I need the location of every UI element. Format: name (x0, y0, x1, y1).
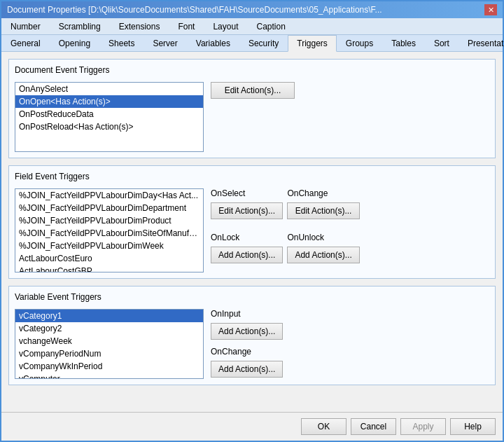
list-item[interactable]: %JOIN_FactYeildPPVLabourDimDepartment (15, 202, 203, 214)
variable-event-triggers-section: Variable Event Triggers vCategory1 vCate… (8, 286, 496, 385)
edit-select-button[interactable]: Edit Action(s)... (211, 202, 283, 219)
tab-presentation[interactable]: Presentation (458, 35, 504, 51)
footer: OK Cancel Apply Help (1, 412, 503, 441)
list-item[interactable]: %JOIN_FactYeildPPVLabourDimProduct (15, 214, 203, 227)
tab-triggers[interactable]: Triggers (288, 35, 337, 52)
add-unlock-button[interactable]: Add Action(s)... (287, 247, 359, 263)
on-change-group: OnChange Add Action(s)... (211, 347, 283, 378)
list-item[interactable]: ActLabourCostEuro (15, 252, 203, 265)
variable-triggers-content: vCategory1 vCategory2 vchangeWeek vCompa… (15, 309, 489, 379)
list-item[interactable]: vchangeWeek (15, 335, 203, 347)
variable-triggers-buttons: OnInput Add Action(s)... OnChange Add Ac… (211, 309, 283, 379)
add-change-button[interactable]: Add Action(s)... (211, 361, 283, 378)
tab-variables[interactable]: Variables (187, 35, 239, 51)
on-unlock-label: OnUnlock (287, 233, 359, 242)
field-triggers-title: Field Event Triggers (15, 172, 489, 181)
tab-font[interactable]: Font (169, 18, 204, 34)
field-event-triggers-section: Field Event Triggers %JOIN_FactYeildPPVL… (8, 165, 496, 279)
tab-tables[interactable]: Tables (382, 35, 425, 51)
add-lock-button[interactable]: Add Action(s)... (211, 247, 283, 263)
on-lock-label: OnLock (211, 233, 283, 242)
edit-actions-button[interactable]: Edit Action(s)... (211, 82, 295, 99)
close-button[interactable]: ✕ (484, 4, 497, 15)
on-select-group: OnSelect Edit Action(s)... (211, 188, 283, 219)
on-input-label: OnInput (211, 309, 283, 319)
on-change-group: OnChange Edit Action(s)... (287, 188, 359, 219)
tab-row-2: General Opening Sheets Server Variables … (1, 35, 503, 52)
on-lock-group: OnLock Add Action(s)... (211, 233, 283, 263)
tab-security[interactable]: Security (239, 35, 288, 51)
cancel-button[interactable]: Cancel (351, 418, 396, 435)
list-item[interactable]: %JOIN_FactYeildPPVLabourDimWeek (15, 240, 203, 252)
main-window: Document Properties [D:\Qlik\SourceDocum… (0, 0, 504, 442)
list-item[interactable]: vCompanyWkInPeriod (15, 360, 203, 373)
tab-groups[interactable]: Groups (337, 35, 382, 51)
list-item[interactable]: OnOpen<Has Action(s)> (15, 95, 203, 108)
apply-button[interactable]: Apply (400, 418, 446, 435)
variable-triggers-title: Variable Event Triggers (15, 292, 489, 302)
tab-general[interactable]: General (1, 35, 50, 51)
list-item[interactable]: vCategory1 (15, 310, 203, 322)
list-item[interactable]: %JOIN_FactYeildPPVLabourDimSiteOfManufac… (15, 227, 203, 240)
on-change-label: OnChange (287, 188, 359, 198)
list-item[interactable]: vCompanyPeriodNum (15, 347, 203, 360)
tab-scrambling[interactable]: Scrambling (50, 18, 110, 34)
tab-server[interactable]: Server (144, 35, 186, 51)
document-triggers-title: Document Event Triggers (15, 65, 489, 75)
list-item[interactable]: %JOIN_FactYeildPPVLabourDimDay<Has Act..… (15, 189, 203, 202)
tab-extensions[interactable]: Extensions (110, 18, 169, 34)
window-title: Document Properties [D:\Qlik\SourceDocum… (7, 5, 382, 15)
variable-triggers-list[interactable]: vCategory1 vCategory2 vchangeWeek vCompa… (15, 309, 204, 379)
field-triggers-buttons-area: OnSelect Edit Action(s)... OnChange Edit… (211, 188, 360, 272)
edit-change-button[interactable]: Edit Action(s)... (287, 202, 359, 219)
tab-opening[interactable]: Opening (50, 35, 99, 51)
document-triggers-buttons: Edit Action(s)... (211, 82, 295, 99)
tab-row-1: Number Scrambling Extensions Font Layout… (1, 18, 503, 35)
list-item[interactable]: OnAnySelect (15, 83, 203, 95)
field-triggers-content: %JOIN_FactYeildPPVLabourDimDay<Has Act..… (15, 188, 489, 272)
on-unlock-group: OnUnlock Add Action(s)... (287, 233, 359, 263)
list-item[interactable]: OnPostReduceData (15, 108, 203, 120)
field-triggers-list[interactable]: %JOIN_FactYeildPPVLabourDimDay<Has Act..… (15, 188, 204, 272)
tab-layout[interactable]: Layout (204, 18, 247, 34)
title-bar: Document Properties [D:\Qlik\SourceDocum… (1, 1, 503, 18)
document-triggers-content: OnAnySelect OnOpen<Has Action(s)> OnPost… (15, 82, 489, 152)
on-select-label: OnSelect (211, 188, 283, 198)
on-change-label: OnChange (211, 347, 283, 357)
tab-sheets[interactable]: Sheets (99, 35, 144, 51)
list-item[interactable]: OnPostReload<Has Action(s)> (15, 120, 203, 133)
ok-button[interactable]: OK (301, 418, 346, 435)
add-input-button[interactable]: Add Action(s)... (211, 323, 283, 340)
document-triggers-list[interactable]: OnAnySelect OnOpen<Has Action(s)> OnPost… (15, 82, 204, 152)
on-input-group: OnInput Add Action(s)... (211, 309, 283, 340)
tab-caption[interactable]: Caption (247, 18, 294, 34)
list-item[interactable]: vCategory2 (15, 322, 203, 335)
list-item[interactable]: ActLabourCostGBP (15, 265, 203, 272)
tab-number[interactable]: Number (1, 18, 50, 34)
tab-sort[interactable]: Sort (425, 35, 458, 51)
help-button[interactable]: Help (450, 418, 496, 435)
list-item[interactable]: vComputer (15, 373, 203, 379)
document-event-triggers-section: Document Event Triggers OnAnySelect OnOp… (8, 59, 496, 158)
content-area: Document Event Triggers OnAnySelect OnOp… (1, 52, 503, 412)
